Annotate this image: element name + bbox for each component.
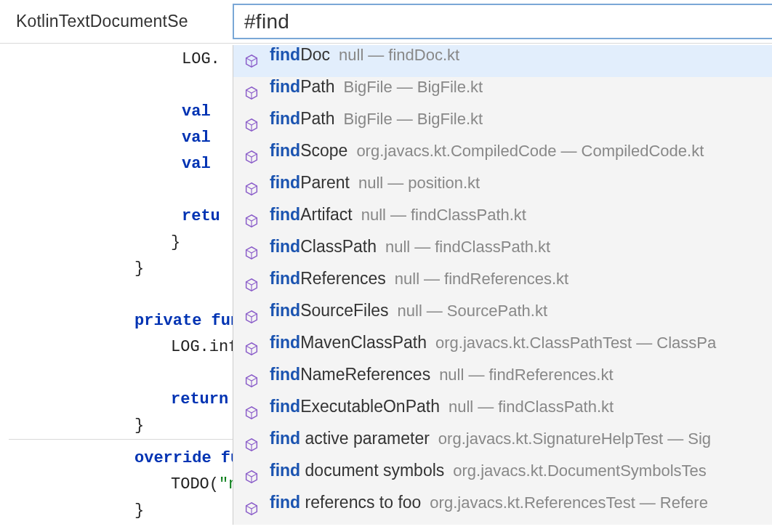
editor-line[interactable]: retu	[0, 203, 233, 230]
code-token: }	[134, 416, 144, 435]
method-icon	[244, 341, 260, 357]
symbol-result-item[interactable]: findPathBigFile—BigFile.kt	[233, 77, 772, 109]
editor-line[interactable]	[0, 282, 233, 308]
code-token: }	[171, 233, 180, 251]
symbol-result-item[interactable]: findNameReferencesnull—findReferences.kt	[233, 365, 772, 397]
result-name: findNameReferences	[270, 365, 430, 384]
editor-line[interactable]: }	[0, 256, 233, 282]
method-icon	[244, 277, 260, 293]
editor-line[interactable]	[0, 360, 233, 387]
symbol-result-item[interactable]: findMavenClassPathorg.javacs.kt.ClassPat…	[233, 333, 772, 365]
result-name: findPath	[270, 77, 334, 97]
code-token	[220, 129, 230, 147]
match-highlight: find	[270, 429, 300, 448]
editor-line[interactable]: LOG.	[0, 47, 233, 73]
code-token: LOG.info	[171, 338, 233, 356]
result-context: null—findReferences.kt	[439, 366, 613, 384]
method-icon	[244, 117, 260, 133]
symbol-result-item[interactable]: find document symbolsorg.javacs.kt.Docum…	[233, 461, 772, 493]
result-name: find referencs to foo	[270, 493, 421, 512]
result-context: BigFile—BigFile.kt	[343, 110, 483, 129]
method-icon	[244, 85, 260, 101]
method-icon	[244, 149, 260, 165]
result-name: findSourceFiles	[270, 301, 389, 321]
code-token: LOG.	[182, 50, 220, 68]
match-highlight: find	[270, 45, 300, 64]
editor-line[interactable]	[0, 73, 233, 99]
method-icon	[244, 53, 260, 69]
match-highlight: find	[270, 269, 300, 288]
editor-line[interactable]: }	[0, 498, 233, 524]
code-token: }	[134, 501, 144, 520]
match-highlight: find	[270, 397, 300, 416]
symbol-result-item[interactable]: findExecutableOnPathnull—findClassPath.k…	[233, 397, 772, 429]
symbol-result-item[interactable]: find active parameterorg.javacs.kt.Signa…	[233, 429, 772, 461]
result-context: org.javacs.kt.SignatureHelpTest—Sig	[438, 430, 711, 448]
code-token: "no	[219, 475, 233, 493]
match-highlight: find	[270, 365, 300, 384]
search-container	[233, 0, 772, 43]
method-icon	[244, 373, 260, 389]
editor-line[interactable]: }	[0, 230, 233, 256]
editor-line[interactable]: TODO("no	[0, 472, 233, 498]
match-highlight: find	[270, 461, 300, 480]
method-icon	[244, 309, 260, 325]
symbol-result-item[interactable]: findClassPathnull—findClassPath.kt	[233, 237, 772, 269]
match-highlight: find	[270, 141, 300, 160]
top-bar: KotlinTextDocumentSe	[0, 0, 772, 44]
result-name: findScope	[270, 141, 347, 161]
code-token: TODO(	[171, 475, 219, 493]
match-highlight: find	[270, 237, 300, 256]
symbol-result-item[interactable]: findPathBigFile—BigFile.kt	[233, 109, 772, 141]
code-token: val	[182, 155, 220, 173]
editor-line[interactable]: LOG.info	[0, 334, 233, 360]
editor-line[interactable]: val	[0, 99, 233, 125]
code-token: return	[171, 390, 233, 408]
editor-line[interactable]: override fun	[0, 446, 233, 472]
method-icon	[244, 245, 260, 261]
match-highlight: find	[270, 205, 300, 224]
match-highlight: find	[270, 173, 300, 192]
result-context: null—findClassPath.kt	[449, 398, 614, 416]
search-input[interactable]	[233, 4, 772, 39]
symbol-result-item[interactable]: find referencs to fooorg.javacs.kt.Refer…	[233, 493, 772, 525]
result-context: null—findDoc.kt	[339, 46, 459, 65]
method-icon	[244, 437, 260, 453]
code-token: override fun	[134, 449, 233, 467]
result-name: findArtifact	[270, 205, 353, 225]
editor-line[interactable]: val	[0, 125, 233, 151]
symbol-result-item[interactable]: findParentnull—position.kt	[233, 173, 772, 205]
editor-line[interactable]: private fun<	[0, 308, 233, 334]
symbol-result-item[interactable]: findReferencesnull—findReferences.kt	[233, 269, 772, 301]
match-highlight: find	[270, 493, 300, 512]
method-icon	[244, 405, 260, 421]
result-context: null—findClassPath.kt	[385, 238, 550, 257]
symbol-result-item[interactable]: findArtifactnull—findClassPath.kt	[233, 205, 772, 237]
code-editor[interactable]: LOG.val val val retu}}private fun<LOG.in…	[0, 44, 233, 532]
match-highlight: find	[270, 301, 300, 320]
symbol-result-item[interactable]: findSourceFilesnull—SourcePath.kt	[233, 301, 772, 333]
editor-line[interactable]	[0, 177, 233, 203]
result-context: null—SourcePath.kt	[398, 302, 547, 321]
result-context: null—findReferences.kt	[395, 270, 568, 289]
editor-line[interactable]: return C	[0, 387, 233, 413]
editor-line[interactable]: }	[0, 413, 233, 439]
breadcrumb[interactable]: KotlinTextDocumentSe	[0, 0, 233, 43]
symbol-result-item[interactable]: findScopeorg.javacs.kt.CompiledCode—Comp…	[233, 141, 772, 173]
result-name: findReferences	[270, 269, 386, 289]
result-name: findPath	[270, 109, 334, 129]
result-name: findDoc	[270, 45, 330, 65]
method-icon	[244, 501, 260, 517]
result-name: findMavenClassPath	[270, 333, 427, 352]
method-icon	[244, 213, 260, 229]
match-highlight: find	[270, 77, 300, 96]
result-context: null—position.kt	[358, 174, 480, 193]
result-name: findParent	[270, 173, 350, 193]
code-token: retu	[182, 207, 220, 225]
match-highlight: find	[270, 109, 300, 128]
result-context: org.javacs.kt.ReferencesTest—Refere	[430, 493, 708, 512]
editor-line[interactable]: val	[0, 151, 233, 177]
match-highlight: find	[270, 333, 300, 352]
result-name: find active parameter	[270, 429, 430, 448]
symbol-result-item[interactable]: findDocnull—findDoc.kt	[233, 45, 772, 77]
